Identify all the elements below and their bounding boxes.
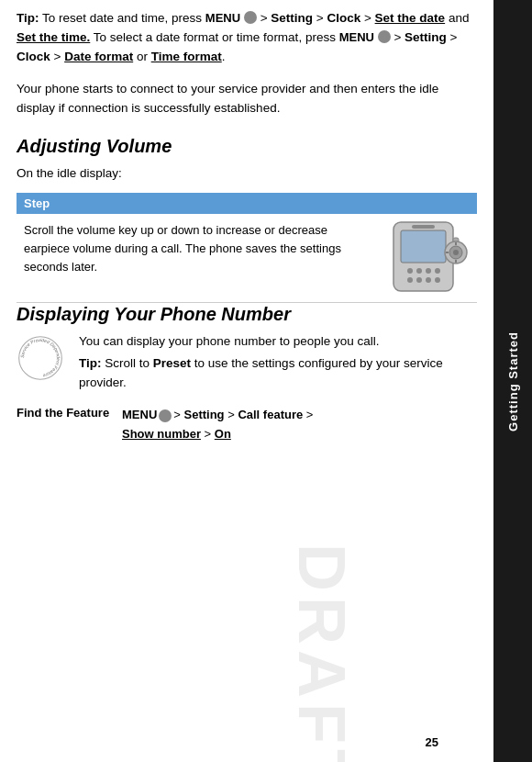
svg-text:Service Provided Dependent Fea: Service Provided Dependent Feature <box>20 338 61 378</box>
svg-rect-1 <box>401 230 446 263</box>
service-badge: Service Provided Dependent Feature <box>17 334 70 387</box>
displaying-phone-number-section: Displaying Your Phone Number Service Pro… <box>17 303 477 444</box>
phone-illustration <box>384 218 481 296</box>
preset-bold: Preset <box>153 356 191 370</box>
sidebar-tab-label: Getting Started <box>506 331 520 431</box>
svg-point-14 <box>416 277 422 283</box>
tip-text2: To select a date format or time format, … <box>90 30 338 44</box>
svg-point-12 <box>426 268 431 274</box>
on-option: On <box>215 427 231 441</box>
find-feature-row: Find the Feature MENU > Setting > Call f… <box>17 406 477 444</box>
step-text: Scroll the volume key up or down to incr… <box>17 214 381 284</box>
adjusting-volume-heading: Adjusting Volume <box>17 135 477 157</box>
svg-rect-2 <box>412 225 435 229</box>
menu-keyword-3: MENU <box>122 406 157 425</box>
step-header-cell: Step <box>17 193 477 214</box>
adjusting-volume-sub: On the idle display: <box>17 164 477 184</box>
provider-paragraph: Your phone starts to connect to your ser… <box>17 80 477 118</box>
menu-line-2: Show number > On <box>122 425 313 444</box>
tip-set-time: Set the time. <box>17 30 90 44</box>
step-inner: Scroll the volume key up or down to incr… <box>17 214 477 302</box>
menu-keyword-2: MENU <box>339 30 374 44</box>
svg-point-11 <box>416 268 422 274</box>
page-container: Tip: To reset date and time, press MENU … <box>0 0 532 762</box>
tip2-label: Tip: <box>79 356 102 370</box>
find-feature-path1: > Setting > Call feature > <box>173 406 313 425</box>
show-number-path: Show number <box>122 427 201 441</box>
main-content: Tip: To reset date and time, press MENU … <box>0 0 493 762</box>
step-header-row: Step <box>17 193 477 214</box>
draft-watermark: DRAFT <box>284 543 360 762</box>
tip-or: or <box>133 50 151 63</box>
menu-keyword-1: MENU <box>205 11 240 25</box>
displaying-phone-number-heading: Displaying Your Phone Number <box>17 303 477 325</box>
tip-time-format: Time format <box>151 50 222 63</box>
svg-point-16 <box>435 268 440 274</box>
tip-text1: To reset date and time, press <box>39 11 205 25</box>
service-tip: Tip: Scroll to Preset to use the setting… <box>79 354 477 393</box>
step-content-row: Scroll the volume key up or down to incr… <box>17 214 477 303</box>
tip-label: Tip: <box>17 11 39 25</box>
step-content-cell: Scroll the volume key up or down to incr… <box>17 214 477 303</box>
step-image <box>381 214 477 302</box>
svg-point-6 <box>453 250 459 255</box>
svg-point-10 <box>407 268 413 274</box>
step-table: Step Scroll the volume key up or down to… <box>17 193 477 303</box>
svg-point-15 <box>426 277 431 283</box>
svg-point-13 <box>407 277 413 283</box>
svg-point-18 <box>19 336 62 379</box>
menu-line-1: MENU > Setting > Call feature > <box>122 406 313 425</box>
service-badge-svg: Service Provided Dependent Feature <box>17 334 64 382</box>
service-row: Service Provided Dependent Feature You c… <box>17 332 477 398</box>
find-feature-path: MENU > Setting > Call feature > Show num… <box>122 406 313 444</box>
tip2-scroll-text: Scroll to <box>102 356 153 370</box>
find-feature-label: Find the Feature <box>17 406 122 420</box>
tip-and: and <box>445 11 469 25</box>
service-content: You can display your phone number to peo… <box>79 332 477 398</box>
page-number: 25 <box>426 735 438 749</box>
svg-point-17 <box>435 277 440 283</box>
tip-paragraph: Tip: To reset date and time, press MENU … <box>17 9 477 67</box>
sidebar-tab: Getting Started <box>493 0 532 762</box>
tip-path1: > Setting > Clock > Set the date <box>257 11 445 25</box>
service-body-text: You can display your phone number to peo… <box>79 332 477 352</box>
